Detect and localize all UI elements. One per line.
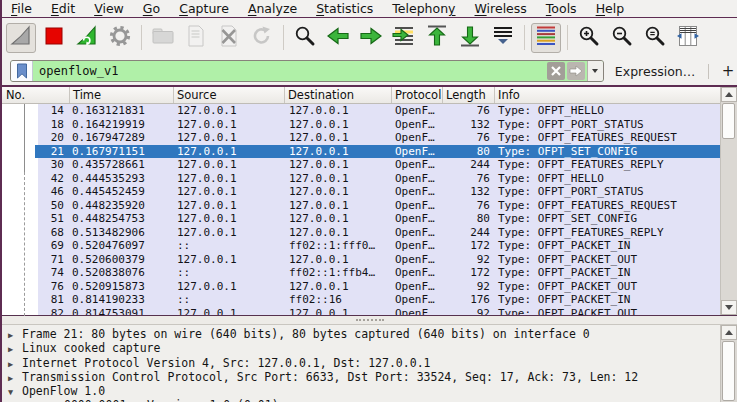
menu-tools[interactable]: Tools bbox=[546, 1, 577, 16]
cell-time: 0.520476097 bbox=[70, 239, 174, 253]
auto-scroll-button[interactable] bbox=[488, 23, 518, 53]
cell-src: :: bbox=[174, 293, 285, 307]
add-filter-button[interactable]: + bbox=[719, 62, 737, 80]
expander-closed-icon[interactable]: ▶ bbox=[8, 357, 22, 370]
column-header-src[interactable]: Source bbox=[174, 87, 285, 103]
next-packet-button[interactable] bbox=[356, 23, 386, 53]
packet-row-30[interactable]: 300.435728661127.0.0.1127.0.0.1OpenF…244… bbox=[2, 158, 737, 172]
detail-scrollbar-thumb[interactable] bbox=[722, 341, 735, 401]
first-packet-button[interactable] bbox=[422, 23, 452, 53]
packet-row-14[interactable]: 140.163121831127.0.0.1127.0.0.1OpenF…76T… bbox=[2, 104, 737, 118]
menu-analyze[interactable]: Analyze bbox=[248, 1, 297, 16]
pane-splitter[interactable] bbox=[2, 315, 737, 324]
cell-no: 74 bbox=[2, 266, 70, 280]
detail-line[interactable]: ▼OpenFlow 1.0 bbox=[2, 384, 737, 398]
packet-row-74[interactable]: 740.520838076::ff02::1:ffb4…OpenF…172Typ… bbox=[2, 266, 737, 280]
menu-view[interactable]: View bbox=[94, 1, 124, 16]
cell-info: Type: OFPT_FEATURES_REPLY bbox=[495, 226, 737, 240]
column-header-info[interactable]: Info bbox=[495, 87, 737, 103]
packet-row-18[interactable]: 180.164219919127.0.0.1127.0.0.1OpenF…132… bbox=[2, 118, 737, 132]
menu-capture[interactable]: Capture bbox=[179, 1, 229, 16]
last-packet-button[interactable] bbox=[455, 23, 485, 53]
cell-dst: 127.0.0.1 bbox=[285, 145, 392, 159]
zoom-original-button[interactable] bbox=[640, 23, 670, 53]
scroll-up-button[interactable] bbox=[721, 87, 737, 102]
packet-row-42[interactable]: 420.444535293127.0.0.1127.0.0.1OpenF…76T… bbox=[2, 172, 737, 186]
cell-time: 0.435728661 bbox=[70, 158, 174, 172]
packet-row-76[interactable]: 760.520915873127.0.0.1127.0.0.1OpenF…92T… bbox=[2, 280, 737, 294]
columns-fit-icon bbox=[675, 23, 701, 53]
display-filter-input[interactable]: openflow_v1 bbox=[10, 60, 604, 82]
column-header-dst[interactable]: Destination bbox=[285, 87, 392, 103]
column-header-time[interactable]: Time bbox=[70, 87, 174, 103]
detail-line[interactable]: ▶Frame 21: 80 bytes on wire (640 bits), … bbox=[2, 327, 737, 341]
cell-no: 69 bbox=[2, 239, 70, 253]
start-capture-button[interactable] bbox=[6, 23, 36, 53]
cell-no: 46 bbox=[2, 185, 70, 199]
cell-info: Type: OFPT_HELLO bbox=[495, 104, 737, 118]
goto-packet-button[interactable] bbox=[389, 23, 419, 53]
cell-info: Type: OFPT_FEATURES_REQUEST bbox=[495, 199, 737, 213]
clear-filter-button[interactable] bbox=[547, 62, 565, 80]
packet-row-68[interactable]: 680.513482906127.0.0.1127.0.0.1OpenF…244… bbox=[2, 226, 737, 240]
scrollbar-thumb[interactable] bbox=[722, 103, 735, 139]
detail-line[interactable]: ▶Linux cooked capture bbox=[2, 341, 737, 355]
packet-row-69[interactable]: 690.520476097::ff02::1:fff0…OpenF…172Typ… bbox=[2, 239, 737, 253]
arrow-down-bar-icon bbox=[457, 23, 483, 53]
detail-partial-line: 0000 0001 = Version: 1.0 (0x01) bbox=[2, 398, 737, 402]
menu-go[interactable]: Go bbox=[143, 1, 160, 16]
colorize-packets-button[interactable] bbox=[531, 23, 561, 53]
stop-capture-button[interactable] bbox=[39, 23, 69, 53]
resize-columns-button[interactable] bbox=[673, 23, 703, 53]
detail-scroll-up-button[interactable] bbox=[721, 325, 737, 340]
apply-filter-button[interactable] bbox=[567, 62, 585, 80]
packet-row-81[interactable]: 810.814190233::ff02::16OpenF…176Type: OF… bbox=[2, 293, 737, 307]
packet-row-50[interactable]: 500.448235920127.0.0.1127.0.0.1OpenF…76T… bbox=[2, 199, 737, 213]
cell-proto: OpenF… bbox=[392, 266, 443, 280]
capture-options-button[interactable] bbox=[105, 23, 135, 53]
expander-open-icon[interactable]: ▼ bbox=[8, 385, 22, 398]
menu-help[interactable]: Help bbox=[596, 1, 625, 16]
packet-row-46[interactable]: 460.445452459127.0.0.1127.0.0.1OpenF…132… bbox=[2, 185, 737, 199]
packet-row-51[interactable]: 510.448254753127.0.0.1127.0.0.1OpenF…80T… bbox=[2, 212, 737, 226]
column-header-len[interactable]: Length bbox=[443, 87, 495, 103]
cell-dst: ff02::16 bbox=[285, 293, 392, 307]
menu-statistics[interactable]: Statistics bbox=[316, 1, 373, 16]
cell-time: 0.513482906 bbox=[70, 226, 174, 240]
filter-history-dropdown[interactable] bbox=[587, 61, 603, 81]
cell-proto: OpenF… bbox=[392, 199, 443, 213]
expression-button[interactable]: Expression… bbox=[615, 64, 695, 79]
zoom-out-button[interactable] bbox=[607, 23, 637, 53]
packet-list-scrollbar[interactable] bbox=[720, 87, 737, 315]
menu-wireless[interactable]: Wireless bbox=[475, 1, 527, 16]
expander-closed-icon[interactable]: ▶ bbox=[8, 328, 22, 341]
column-header-proto[interactable]: Protocol bbox=[392, 87, 443, 103]
cell-dst: 127.0.0.1 bbox=[285, 253, 392, 267]
scroll-down-button[interactable] bbox=[721, 300, 737, 315]
cell-no: 30 bbox=[2, 158, 70, 172]
previous-packet-button[interactable] bbox=[323, 23, 353, 53]
menu-edit[interactable]: Edit bbox=[51, 1, 75, 16]
packet-row-20[interactable]: 200.167947289127.0.0.1127.0.0.1OpenF…76T… bbox=[2, 131, 737, 145]
find-packet-button[interactable] bbox=[290, 23, 320, 53]
detail-line[interactable]: ▶Internet Protocol Version 4, Src: 127.0… bbox=[2, 356, 737, 370]
packet-row-71[interactable]: 710.520600379127.0.0.1127.0.0.1OpenF…92T… bbox=[2, 253, 737, 267]
menu-telephony[interactable]: Telephony bbox=[392, 1, 455, 16]
detail-text: Internet Protocol Version 4, Src: 127.0.… bbox=[22, 356, 431, 370]
expander-closed-icon[interactable]: ▶ bbox=[8, 371, 22, 384]
menu-file[interactable]: File bbox=[11, 1, 32, 16]
detail-scrollbar[interactable] bbox=[720, 325, 737, 402]
detail-line[interactable]: ▶Transmission Control Protocol, Src Port… bbox=[2, 370, 737, 384]
cell-no: 81 bbox=[2, 293, 70, 307]
zoom-in-button[interactable] bbox=[574, 23, 604, 53]
cell-info: Type: OFPT_PACKET_OUT bbox=[495, 253, 737, 267]
bookmark-icon[interactable] bbox=[11, 61, 33, 81]
arrow-right-icon bbox=[358, 23, 384, 53]
column-header-no[interactable]: No. bbox=[2, 87, 70, 103]
cell-src: :: bbox=[174, 239, 285, 253]
expander-closed-icon[interactable]: ▶ bbox=[8, 342, 22, 355]
packet-row-21[interactable]: 210.167971151127.0.0.1127.0.0.1OpenF…80T… bbox=[2, 145, 737, 159]
filter-text[interactable]: openflow_v1 bbox=[33, 64, 547, 78]
cell-len: 76 bbox=[443, 131, 495, 145]
restart-capture-button[interactable] bbox=[72, 23, 102, 53]
